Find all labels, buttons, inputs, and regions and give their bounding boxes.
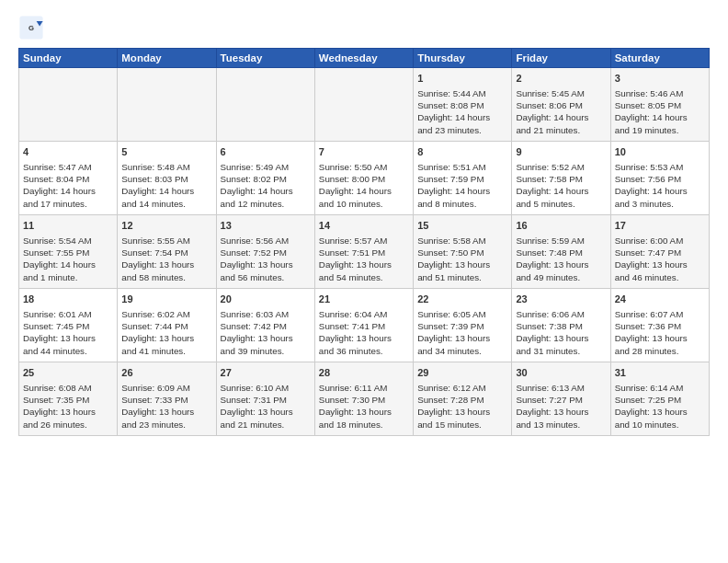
- cell-info-text: Sunrise: 6:05 AM Sunset: 7:39 PM Dayligh…: [417, 308, 507, 357]
- cell-info-text: Sunrise: 6:12 AM Sunset: 7:28 PM Dayligh…: [417, 382, 507, 431]
- cell-info-text: Sunrise: 5:45 AM Sunset: 8:06 PM Dayligh…: [516, 87, 606, 136]
- cell-info-text: Sunrise: 5:47 AM Sunset: 8:04 PM Dayligh…: [23, 161, 113, 210]
- cell-info-text: Sunrise: 5:44 AM Sunset: 8:08 PM Dayligh…: [417, 87, 507, 136]
- cell-0-3: [314, 68, 413, 142]
- cell-info-text: Sunrise: 6:06 AM Sunset: 7:38 PM Dayligh…: [516, 308, 606, 357]
- cell-info-text: Sunrise: 6:13 AM Sunset: 7:27 PM Dayligh…: [516, 382, 606, 431]
- cell-date-number: 8: [417, 145, 507, 159]
- calendar-table: SundayMondayTuesdayWednesdayThursdayFrid…: [18, 48, 710, 436]
- logo-icon: G: [18, 15, 44, 40]
- header-sunday: Sunday: [19, 49, 118, 68]
- cell-info-text: Sunrise: 6:02 AM Sunset: 7:44 PM Dayligh…: [121, 308, 211, 357]
- cell-2-2: 13Sunrise: 5:56 AM Sunset: 7:52 PM Dayli…: [216, 215, 314, 289]
- header-saturday: Saturday: [610, 49, 709, 68]
- logo: G: [18, 15, 48, 40]
- cell-info-text: Sunrise: 5:55 AM Sunset: 7:54 PM Dayligh…: [121, 235, 211, 283]
- cell-info-text: Sunrise: 6:08 AM Sunset: 7:35 PM Dayligh…: [23, 382, 113, 431]
- cell-info-text: Sunrise: 6:04 AM Sunset: 7:41 PM Dayligh…: [319, 308, 409, 357]
- cell-info-text: Sunrise: 5:57 AM Sunset: 7:51 PM Dayligh…: [319, 235, 409, 283]
- cell-info-text: Sunrise: 6:14 AM Sunset: 7:25 PM Dayligh…: [615, 382, 705, 431]
- calendar-body: 1Sunrise: 5:44 AM Sunset: 8:08 PM Daylig…: [19, 68, 710, 436]
- cell-date-number: 5: [121, 145, 211, 159]
- cell-3-6: 24Sunrise: 6:07 AM Sunset: 7:36 PM Dayli…: [610, 289, 709, 362]
- page: G SundayMondayTuesdayWednesdayThursdayFr…: [0, 0, 728, 563]
- cell-info-text: Sunrise: 5:53 AM Sunset: 7:56 PM Dayligh…: [615, 161, 705, 210]
- header-wednesday: Wednesday: [314, 49, 413, 68]
- cell-3-0: 18Sunrise: 6:01 AM Sunset: 7:45 PM Dayli…: [19, 289, 118, 362]
- cell-date-number: 3: [615, 72, 705, 86]
- cell-date-number: 11: [23, 219, 113, 233]
- cell-date-number: 19: [121, 293, 211, 306]
- cell-4-0: 25Sunrise: 6:08 AM Sunset: 7:35 PM Dayli…: [19, 362, 118, 436]
- cell-2-1: 12Sunrise: 5:55 AM Sunset: 7:54 PM Dayli…: [118, 215, 216, 289]
- cell-0-4: 1Sunrise: 5:44 AM Sunset: 8:08 PM Daylig…: [414, 68, 512, 142]
- cell-date-number: 28: [319, 366, 409, 380]
- cell-date-number: 25: [23, 366, 113, 380]
- cell-date-number: 2: [516, 72, 606, 86]
- cell-date-number: 23: [516, 293, 606, 306]
- cell-date-number: 10: [615, 145, 705, 159]
- week-row-5: 25Sunrise: 6:08 AM Sunset: 7:35 PM Dayli…: [19, 362, 710, 436]
- cell-1-1: 5Sunrise: 5:48 AM Sunset: 8:03 PM Daylig…: [118, 142, 216, 215]
- cell-date-number: 18: [23, 293, 113, 306]
- cell-1-3: 7Sunrise: 5:50 AM Sunset: 8:00 PM Daylig…: [314, 142, 413, 215]
- header-thursday: Thursday: [414, 49, 512, 68]
- cell-info-text: Sunrise: 5:50 AM Sunset: 8:00 PM Dayligh…: [319, 161, 409, 210]
- cell-4-5: 30Sunrise: 6:13 AM Sunset: 7:27 PM Dayli…: [512, 362, 610, 436]
- cell-date-number: 29: [417, 366, 507, 380]
- cell-1-4: 8Sunrise: 5:51 AM Sunset: 7:59 PM Daylig…: [414, 142, 512, 215]
- cell-4-4: 29Sunrise: 6:12 AM Sunset: 7:28 PM Dayli…: [414, 362, 512, 436]
- week-row-1: 1Sunrise: 5:44 AM Sunset: 8:08 PM Daylig…: [19, 68, 710, 142]
- cell-4-3: 28Sunrise: 6:11 AM Sunset: 7:30 PM Dayli…: [314, 362, 413, 436]
- cell-2-0: 11Sunrise: 5:54 AM Sunset: 7:55 PM Dayli…: [19, 215, 118, 289]
- cell-info-text: Sunrise: 5:52 AM Sunset: 7:58 PM Dayligh…: [516, 161, 606, 210]
- cell-3-2: 20Sunrise: 6:03 AM Sunset: 7:42 PM Dayli…: [216, 289, 314, 362]
- cell-4-1: 26Sunrise: 6:09 AM Sunset: 7:33 PM Dayli…: [118, 362, 216, 436]
- week-row-2: 4Sunrise: 5:47 AM Sunset: 8:04 PM Daylig…: [19, 142, 710, 215]
- cell-date-number: 1: [417, 72, 507, 86]
- cell-2-6: 17Sunrise: 6:00 AM Sunset: 7:47 PM Dayli…: [610, 215, 709, 289]
- cell-3-1: 19Sunrise: 6:02 AM Sunset: 7:44 PM Dayli…: [118, 289, 216, 362]
- cell-info-text: Sunrise: 6:01 AM Sunset: 7:45 PM Dayligh…: [23, 308, 113, 357]
- cell-1-0: 4Sunrise: 5:47 AM Sunset: 8:04 PM Daylig…: [19, 142, 118, 215]
- cell-4-6: 31Sunrise: 6:14 AM Sunset: 7:25 PM Dayli…: [610, 362, 709, 436]
- cell-info-text: Sunrise: 6:03 AM Sunset: 7:42 PM Dayligh…: [221, 308, 311, 357]
- cell-date-number: 30: [516, 366, 606, 380]
- cell-date-number: 12: [121, 219, 211, 233]
- cell-info-text: Sunrise: 5:51 AM Sunset: 7:59 PM Dayligh…: [417, 161, 507, 210]
- cell-info-text: Sunrise: 6:11 AM Sunset: 7:30 PM Dayligh…: [319, 382, 409, 431]
- week-row-3: 11Sunrise: 5:54 AM Sunset: 7:55 PM Dayli…: [19, 215, 710, 289]
- cell-date-number: 13: [221, 219, 311, 233]
- svg-text:G: G: [28, 24, 34, 32]
- cell-info-text: Sunrise: 5:58 AM Sunset: 7:50 PM Dayligh…: [417, 235, 507, 283]
- cell-date-number: 26: [121, 366, 211, 380]
- cell-4-2: 27Sunrise: 6:10 AM Sunset: 7:31 PM Dayli…: [216, 362, 314, 436]
- header-friday: Friday: [512, 49, 610, 68]
- cell-date-number: 14: [319, 219, 409, 233]
- cell-date-number: 21: [319, 293, 409, 306]
- cell-date-number: 27: [221, 366, 311, 380]
- cell-date-number: 16: [516, 219, 606, 233]
- cell-0-5: 2Sunrise: 5:45 AM Sunset: 8:06 PM Daylig…: [512, 68, 610, 142]
- cell-1-6: 10Sunrise: 5:53 AM Sunset: 7:56 PM Dayli…: [610, 142, 709, 215]
- header-tuesday: Tuesday: [216, 49, 314, 68]
- header-row: SundayMondayTuesdayWednesdayThursdayFrid…: [19, 49, 710, 68]
- week-row-4: 18Sunrise: 6:01 AM Sunset: 7:45 PM Dayli…: [19, 289, 710, 362]
- cell-1-5: 9Sunrise: 5:52 AM Sunset: 7:58 PM Daylig…: [512, 142, 610, 215]
- cell-date-number: 31: [615, 366, 705, 380]
- cell-2-5: 16Sunrise: 5:59 AM Sunset: 7:48 PM Dayli…: [512, 215, 610, 289]
- cell-info-text: Sunrise: 5:54 AM Sunset: 7:55 PM Dayligh…: [23, 235, 113, 283]
- cell-info-text: Sunrise: 6:07 AM Sunset: 7:36 PM Dayligh…: [615, 308, 705, 357]
- cell-date-number: 22: [417, 293, 507, 306]
- cell-info-text: Sunrise: 6:00 AM Sunset: 7:47 PM Dayligh…: [615, 235, 705, 283]
- header-monday: Monday: [118, 49, 216, 68]
- cell-0-0: [19, 68, 118, 142]
- cell-info-text: Sunrise: 5:46 AM Sunset: 8:05 PM Dayligh…: [615, 87, 705, 136]
- cell-info-text: Sunrise: 5:49 AM Sunset: 8:02 PM Dayligh…: [221, 161, 311, 210]
- cell-info-text: Sunrise: 6:09 AM Sunset: 7:33 PM Dayligh…: [121, 382, 211, 431]
- cell-2-3: 14Sunrise: 5:57 AM Sunset: 7:51 PM Dayli…: [314, 215, 413, 289]
- cell-date-number: 4: [23, 145, 113, 159]
- cell-info-text: Sunrise: 6:10 AM Sunset: 7:31 PM Dayligh…: [221, 382, 311, 431]
- calendar-header: SundayMondayTuesdayWednesdayThursdayFrid…: [19, 49, 710, 68]
- cell-0-2: [216, 68, 314, 142]
